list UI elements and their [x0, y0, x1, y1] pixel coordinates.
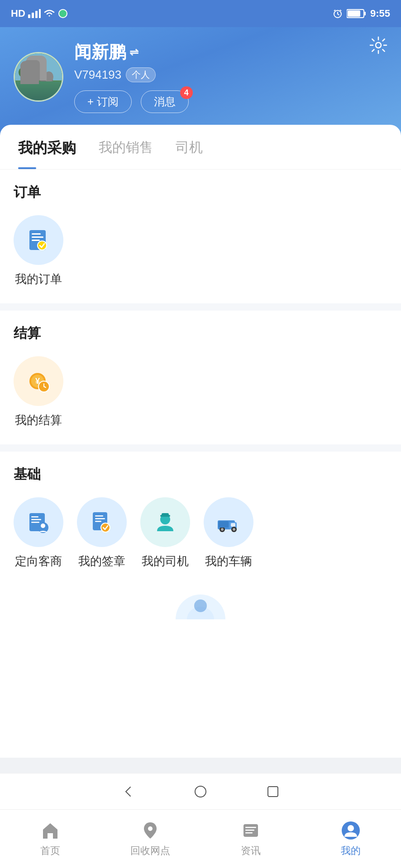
- basic-section-title: 基础: [14, 465, 387, 484]
- divider-2: [0, 444, 401, 452]
- location-nav-icon: [140, 821, 160, 840]
- svg-rect-12: [348, 10, 360, 17]
- system-nav: [0, 773, 401, 809]
- svg-rect-16: [15, 80, 63, 86]
- my-order-label: 我的订单: [15, 271, 62, 287]
- svg-rect-15: [15, 83, 63, 102]
- partial-icon: [176, 594, 225, 619]
- profile-actions: + 订阅 消息 4: [74, 90, 387, 113]
- driver-icon: [140, 497, 190, 547]
- edit-icon: ⇌: [129, 46, 138, 59]
- recent-button[interactable]: [264, 783, 282, 801]
- signature-icon: [77, 497, 127, 547]
- svg-point-59: [194, 599, 207, 612]
- partial-section: [0, 585, 401, 622]
- subscribe-button[interactable]: + 订阅: [74, 90, 132, 113]
- customer-item[interactable]: 定向客商: [14, 497, 63, 569]
- profile-id: V794193: [74, 68, 121, 82]
- nav-home[interactable]: 首页: [0, 810, 100, 868]
- divider-1: [0, 303, 401, 311]
- svg-rect-14: [15, 53, 63, 102]
- svg-point-18: [24, 69, 37, 83]
- svg-rect-64: [245, 827, 256, 828]
- back-button[interactable]: [119, 783, 137, 801]
- svg-rect-44: [95, 518, 105, 519]
- driver-item[interactable]: 我的司机: [140, 497, 190, 569]
- svg-point-46: [101, 523, 110, 532]
- my-settlement-label: 我的结算: [15, 412, 62, 428]
- svg-line-9: [340, 10, 341, 11]
- status-bar: HD 9:55: [0, 0, 401, 27]
- wifi-icon: [43, 9, 55, 18]
- svg-point-4: [59, 9, 67, 18]
- svg-rect-45: [95, 521, 101, 522]
- svg-rect-52: [231, 523, 235, 527]
- profile-id-row: V794193 个人: [74, 67, 387, 82]
- signal-icon: [28, 9, 41, 18]
- svg-rect-38: [31, 519, 41, 520]
- tab-sales[interactable]: 我的销售: [94, 125, 171, 169]
- home-button[interactable]: [191, 783, 210, 801]
- svg-point-62: [148, 826, 153, 831]
- nav-news[interactable]: 资讯: [200, 810, 301, 868]
- svg-point-17: [23, 70, 39, 90]
- settings-button[interactable]: [369, 36, 387, 58]
- svg-rect-1: [32, 13, 34, 18]
- svg-point-20: [44, 71, 53, 82]
- profile-area: 闻新鹏 ⇌ V794193 个人 + 订阅 消息 4: [0, 27, 401, 136]
- svg-point-13: [376, 42, 381, 48]
- svg-rect-43: [95, 515, 103, 517]
- bottom-nav: 首页 回收网点 资讯 我的: [0, 809, 401, 868]
- svg-point-41: [41, 524, 45, 528]
- svg-rect-26: [32, 233, 41, 235]
- my-settlement-icon: ¥: [14, 356, 63, 406]
- status-time: 9:55: [370, 8, 390, 19]
- profile-info: 闻新鹏 ⇌ V794193 个人 + 订阅 消息 4: [74, 41, 387, 113]
- order-grid: 我的订单: [14, 215, 387, 287]
- svg-point-21: [19, 67, 29, 78]
- signature-label: 我的签章: [78, 553, 125, 569]
- order-section: 订单 我的订单: [0, 170, 401, 296]
- svg-rect-57: [219, 521, 229, 528]
- svg-point-24: [40, 90, 53, 94]
- my-order-item[interactable]: 我的订单: [14, 215, 63, 287]
- svg-rect-28: [32, 240, 40, 241]
- svg-line-8: [334, 10, 335, 11]
- my-settlement-item[interactable]: ¥ 我的结算: [14, 356, 63, 428]
- profile-name: 闻新鹏 ⇌: [74, 41, 387, 64]
- status-hd: HD: [11, 8, 25, 19]
- nav-mine[interactable]: 我的: [301, 810, 401, 868]
- vehicle-icon: [204, 497, 253, 547]
- svg-rect-2: [35, 11, 38, 18]
- partial-icon-item: [14, 594, 387, 619]
- battery-icon: [347, 9, 367, 19]
- svg-point-68: [348, 825, 354, 831]
- my-order-icon: [14, 215, 63, 265]
- svg-point-29: [38, 241, 47, 250]
- svg-line-7: [338, 14, 339, 15]
- svg-rect-65: [245, 830, 254, 831]
- tab-purchase[interactable]: 我的采购: [14, 125, 94, 169]
- profile-nav-icon: [341, 821, 361, 840]
- svg-point-23: [23, 87, 39, 92]
- basic-grid: 定向客商 我的签章: [14, 497, 387, 569]
- location-status-icon: [58, 9, 68, 19]
- settlement-section-title: 结算: [14, 324, 387, 343]
- status-right: 9:55: [332, 8, 390, 19]
- tab-driver[interactable]: 司机: [171, 125, 221, 169]
- svg-rect-49: [162, 513, 169, 516]
- profile-row: 闻新鹏 ⇌ V794193 个人 + 订阅 消息 4: [14, 41, 387, 113]
- status-left: HD: [11, 8, 68, 19]
- nav-recycle[interactable]: 回收网点: [100, 810, 201, 868]
- svg-rect-0: [28, 14, 30, 18]
- vehicle-item[interactable]: 我的车辆: [204, 497, 253, 569]
- nav-mine-label: 我的: [341, 844, 361, 858]
- alarm-icon: [332, 8, 343, 19]
- signature-item[interactable]: 我的签章: [77, 497, 127, 569]
- svg-point-60: [195, 786, 206, 797]
- avatar[interactable]: [14, 52, 63, 102]
- nav-news-label: 资讯: [241, 844, 261, 858]
- message-button[interactable]: 消息 4: [141, 90, 189, 113]
- svg-rect-39: [31, 522, 39, 523]
- svg-rect-11: [364, 12, 366, 15]
